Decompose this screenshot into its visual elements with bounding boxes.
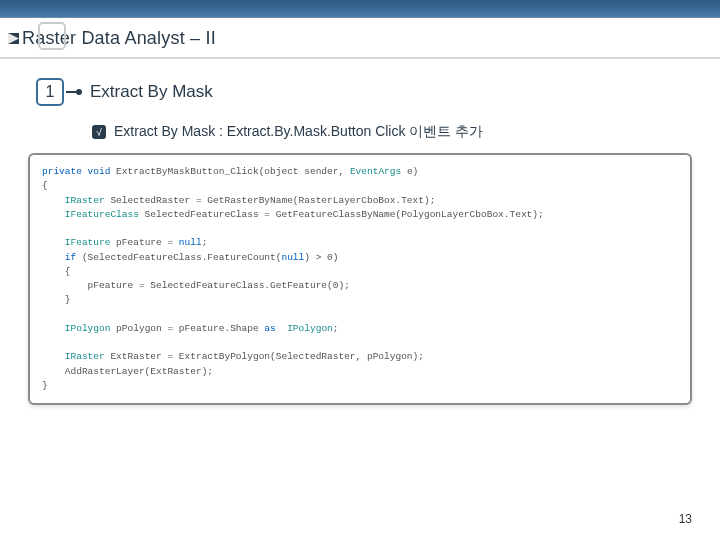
section-number-box: 1: [36, 78, 64, 106]
bullet-text: Extract By Mask : Extract.By.Mask.Button…: [114, 123, 483, 141]
top-bar: [0, 0, 720, 18]
bullet-row: √ Extract By Mask : Extract.By.Mask.Butt…: [0, 105, 720, 147]
play-icon: [8, 33, 19, 44]
section-row: 1 Extract By Mask: [0, 59, 720, 105]
code-block: private void ExtractByMaskButton_Click(o…: [42, 165, 678, 393]
page-number: 13: [679, 512, 692, 526]
section-number: 1: [46, 83, 55, 101]
title-row: Raster Data Analyst – II: [0, 18, 720, 59]
numbox-shadow: [38, 22, 66, 50]
connector-icon: [66, 91, 80, 93]
check-icon: √: [92, 125, 106, 139]
section-heading: Extract By Mask: [90, 82, 213, 102]
code-box: private void ExtractByMaskButton_Click(o…: [28, 153, 692, 405]
slide: Raster Data Analyst – II 1 Extract By Ma…: [0, 0, 720, 540]
svg-marker-0: [8, 33, 19, 44]
